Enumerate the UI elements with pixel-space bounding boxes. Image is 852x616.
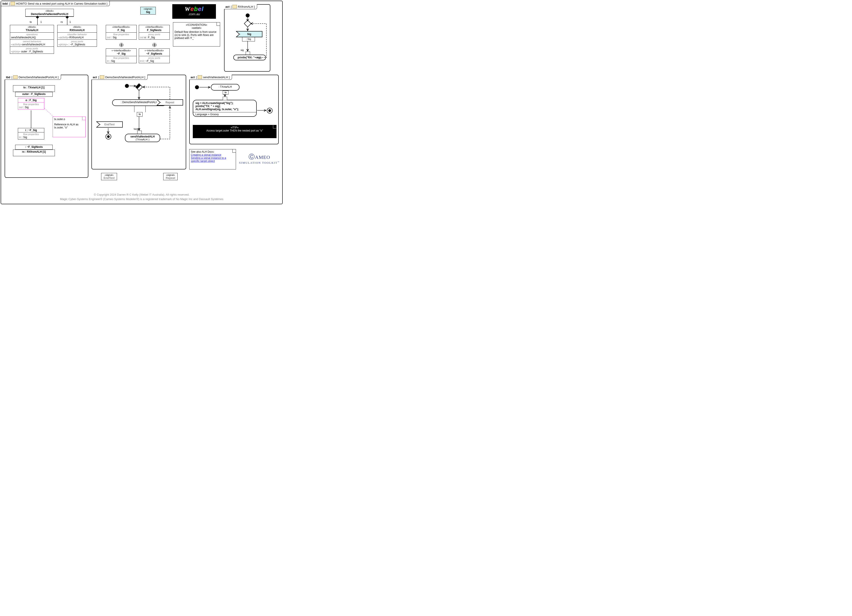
logo-domain: .com.au bbox=[172, 12, 216, 16]
cb-val: RXfromALH bbox=[69, 36, 83, 39]
note-fold-icon bbox=[233, 149, 236, 152]
pp-val-rx: : ~F_SigNests bbox=[68, 43, 85, 46]
sig-endtest-name: EndTest bbox=[104, 176, 115, 180]
block-tx-name: TXviaALH bbox=[11, 29, 53, 32]
ob-label: owned behaviors bbox=[11, 40, 53, 43]
note-fold-icon bbox=[273, 125, 276, 128]
fsignestsc-pp-label: proxy ports bbox=[140, 57, 169, 59]
note-txouter: tx.outer.o Reference in ALH as tx.outer,… bbox=[53, 116, 86, 137]
note-convention: «!CONVENTION» «webel» Default flow direc… bbox=[173, 22, 220, 47]
block-fsignestsc: «~interfaceBlock» ~F_SigNests proxy port… bbox=[139, 48, 170, 63]
cameo-sub: SIMULATION TOOLKIT bbox=[239, 161, 278, 165]
conv-text: Default flow direction is from source (o… bbox=[175, 30, 219, 40]
fsigc-stereo: «~interfaceBlock» bbox=[107, 49, 136, 52]
fsigc-fl-label: flow properties bbox=[107, 57, 136, 59]
block-rx-stereo: «block» bbox=[58, 26, 96, 29]
sig-repeat-name: Repeat bbox=[166, 176, 175, 180]
note-seealso: See also ALH Docs: Creating a signal ins… bbox=[189, 149, 236, 169]
seealso-title: See also ALH Docs: bbox=[191, 150, 234, 153]
sig-repeat-stereo: «signal» bbox=[166, 174, 175, 176]
note-fold-icon bbox=[82, 117, 86, 120]
seealso-link1[interactable]: Creating a signal instance bbox=[191, 153, 221, 156]
sig-endtest-stereo: «signal» bbox=[104, 174, 115, 176]
ops-label: operations bbox=[11, 33, 53, 36]
cameo-tm: ™ bbox=[278, 161, 280, 163]
assoc-rx-name: rx bbox=[60, 21, 63, 24]
block-fsigc: «~interfaceBlock» ~F_Sig flow properties… bbox=[106, 48, 137, 63]
fsignests-name: F_SigNests bbox=[140, 29, 169, 32]
footer-line1: © Copyright 2024 Darren R C Kelly (Webel… bbox=[1, 193, 282, 196]
ob-val: sendViaNestedALH bbox=[22, 43, 45, 46]
fsig-stereo: «interfaceBlock» bbox=[107, 26, 136, 29]
tip-text: Access target.outer THEN the nested port… bbox=[194, 129, 275, 132]
logo-l: l bbox=[202, 6, 204, 12]
signal-sig: «signal» Sig bbox=[140, 7, 156, 15]
frame-ibd: ibd [ DemoSendViaNestedPortALH ] tx : TX… bbox=[5, 75, 88, 178]
diagram-canvas: bdd [ HOWTO Send via a nested port using… bbox=[1, 1, 282, 204]
logo-b: b bbox=[194, 6, 198, 12]
signal-repeat: «signal» Repeat bbox=[163, 173, 178, 180]
logo-text: Webel bbox=[172, 6, 216, 12]
fsigc-fl: : Sig bbox=[110, 59, 115, 63]
cameo-logo: ⒸAMEO SIMULATION TOOLKIT™ bbox=[239, 152, 279, 165]
block-rx: «block» RXfromALH classifier behavior «a… bbox=[57, 25, 97, 47]
fsig-fl: : Sig bbox=[111, 36, 116, 39]
logo-w: W bbox=[184, 6, 190, 12]
note-txouter-l2: Reference in ALH as tx.outer, "o" bbox=[54, 123, 84, 129]
note-txouter-l1: tx.outer.o bbox=[54, 118, 84, 121]
cameo-main: AMEO bbox=[255, 154, 270, 160]
block-fsig: «interfaceBlock» F_Sig flow properties o… bbox=[106, 25, 137, 40]
webel-logo: Webel .com.au bbox=[172, 4, 216, 19]
fsignestsc-name: ~F_SigNests bbox=[140, 52, 169, 56]
pp-val-tx: outer : F_SigNests bbox=[21, 50, 43, 53]
act-demo-edges bbox=[92, 75, 187, 170]
signal-endtest: «signal» EndTest bbox=[101, 173, 117, 180]
frame-act-send: act [ sendViaNestedALH ] : TXviaALH tx s… bbox=[189, 75, 279, 144]
act-rx-edges bbox=[225, 5, 271, 72]
note-tip: «!TIP» Access target.outer THEN the nest… bbox=[193, 125, 276, 138]
frame-act-rx: act [ RXfromALH ] Sig : Sig sig println(… bbox=[224, 4, 270, 72]
assoc-tx-name: tx bbox=[30, 21, 32, 24]
cb-label: classifier behavior bbox=[58, 33, 96, 36]
seealso-link2[interactable]: Sending a signal instance to a specific … bbox=[191, 156, 226, 163]
logo-e2: e bbox=[198, 6, 202, 12]
block-tx: «block» TXviaALH operations sendViaNeste… bbox=[10, 25, 54, 54]
tip-stereo: «!TIP» bbox=[194, 126, 275, 129]
fsignests-pp: o : F_Sig bbox=[144, 36, 155, 39]
fsig-name: F_Sig bbox=[107, 29, 136, 32]
fsignestsc-stereo: «~interfaceBlock» bbox=[140, 49, 169, 52]
block-fsignests: «interfaceBlock» F_SigNests proxy ports … bbox=[139, 25, 170, 40]
footer-line2: Magic Cyber-Systems Engineer® (Cameo Sys… bbox=[1, 198, 282, 201]
fsignests-stereo: «interfaceBlock» bbox=[140, 26, 169, 29]
sig-stereo: «signal» bbox=[142, 8, 155, 11]
ops-val: sendViaNestedALH() bbox=[11, 36, 53, 39]
fsignestsc-pp: i : ~F_Sig bbox=[143, 59, 154, 63]
pp-label: proxy ports bbox=[11, 47, 53, 50]
block-rx-name: RXfromALH bbox=[58, 29, 96, 32]
frame-act-demo: act [ DemoSendViaNestedPortALH ] : DemoS… bbox=[91, 75, 186, 169]
assoc-rx-mult: 1 bbox=[69, 21, 71, 24]
fsigc-name: ~F_Sig bbox=[107, 52, 136, 56]
sig-name: Sig bbox=[142, 11, 155, 14]
block-tx-stereo: «block» bbox=[11, 26, 53, 29]
fsignests-pp-label: proxy ports bbox=[140, 33, 169, 36]
conv-stereoA: «!CONVENTION» bbox=[175, 23, 219, 26]
fsig-fl-label: flow properties bbox=[107, 33, 136, 36]
logo-e1: e bbox=[190, 6, 194, 12]
conj-icon-fsig bbox=[119, 43, 123, 47]
pp-label-rx: proxy ports bbox=[58, 40, 96, 43]
conj-icon-fsignests bbox=[153, 43, 156, 47]
conv-stereoB: «webel» bbox=[175, 26, 219, 30]
note-fold-icon bbox=[217, 23, 220, 26]
assoc-tx-mult: 1 bbox=[40, 21, 42, 24]
